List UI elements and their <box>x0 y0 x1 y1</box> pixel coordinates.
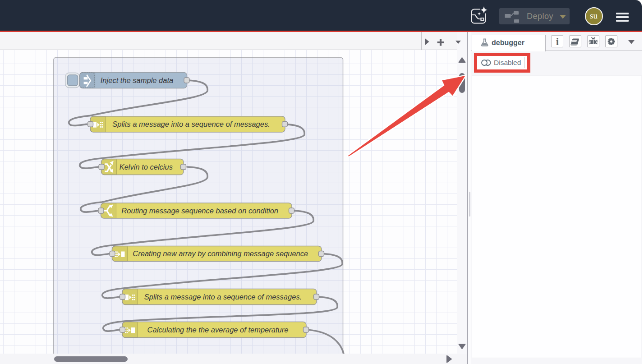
svg-text:Splits a message into a sequen: Splits a message into a sequence of mess… <box>112 120 270 128</box>
svg-text:Calculating the the average of: Calculating the the average of temperatu… <box>147 326 289 334</box>
svg-text:i: i <box>556 36 559 47</box>
svg-text:Kelvin to celcius: Kelvin to celcius <box>120 163 173 171</box>
svg-text:Splits a message into a sequen: Splits a message into a sequence of mess… <box>144 293 302 301</box>
svg-text:Creating new array by combinin: Creating new array by combining message … <box>133 249 308 258</box>
svg-text:Inject the sample data: Inject the sample data <box>101 76 173 84</box>
svg-text:Routing message sequence based: Routing message sequence based on condit… <box>121 207 278 215</box>
